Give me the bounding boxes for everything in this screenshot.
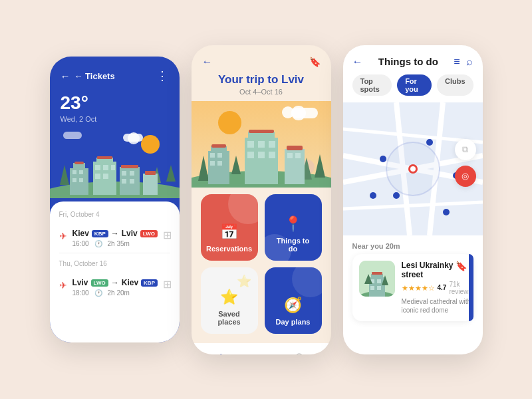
place-card[interactable]: Lesi Ukrainky street ★★★★☆ 4.7 71k revie… bbox=[352, 254, 473, 321]
plane-icon-1: ✈ bbox=[59, 231, 67, 241]
svg-rect-7 bbox=[72, 170, 76, 174]
flight2-from-badge: LWO bbox=[91, 279, 108, 287]
svg-marker-29 bbox=[315, 154, 325, 178]
things-icon: 📍 bbox=[284, 215, 302, 233]
svg-marker-1 bbox=[60, 165, 69, 185]
tile-reservations[interactable]: 📅 Reservations bbox=[201, 194, 258, 261]
tab-for-you[interactable]: For you bbox=[397, 74, 432, 96]
tab-top-spots[interactable]: Top spots bbox=[352, 74, 392, 96]
arrow-1: → bbox=[111, 229, 119, 238]
nav-home[interactable]: ⌂ bbox=[217, 350, 225, 354]
flight2-time: 18:00 bbox=[72, 289, 89, 297]
trip-dates: Oct 4–Oct 16 bbox=[202, 88, 321, 96]
city-svg bbox=[50, 128, 180, 198]
flight2-from: Lviv bbox=[72, 278, 88, 287]
svg-marker-28 bbox=[198, 156, 209, 181]
trip-tiles: 📅 Reservations 📍 Things to do ⭐ ⭐ Saved … bbox=[192, 188, 331, 343]
svg-point-66 bbox=[443, 209, 450, 215]
things-title: Things to do bbox=[378, 56, 438, 67]
svg-rect-16 bbox=[111, 165, 115, 170]
trip-title: Your trip to Lviv bbox=[202, 73, 321, 86]
flight-row-2[interactable]: ✈ Lviv LWO → Kiev KBP 18:00 🕐 2h 20m bbox=[59, 273, 170, 302]
svg-rect-44 bbox=[269, 141, 275, 148]
svg-rect-51 bbox=[295, 153, 301, 158]
svg-point-62 bbox=[426, 139, 433, 146]
map-location-button[interactable]: ◎ bbox=[455, 166, 476, 187]
tile-things-to-do[interactable]: 📍 Things to do bbox=[265, 194, 322, 261]
saved-icon: ⭐ bbox=[220, 289, 238, 306]
svg-rect-6 bbox=[74, 162, 84, 164]
trip-bookmark-icon[interactable]: 🔖 bbox=[309, 57, 321, 67]
svg-rect-13 bbox=[97, 156, 112, 159]
svg-rect-21 bbox=[122, 171, 126, 176]
tickets-header: ← ← Tickets ⋮ bbox=[50, 57, 180, 90]
scan-icon-1[interactable]: ⊞ bbox=[163, 229, 172, 241]
flight1-to-badge: LWO bbox=[140, 230, 158, 237]
svg-point-63 bbox=[393, 192, 400, 199]
things-header: ← Things to do ≡ ⌕ bbox=[343, 45, 483, 74]
svg-rect-50 bbox=[287, 153, 293, 158]
svg-marker-2 bbox=[166, 165, 176, 182]
tile-day-plans[interactable]: 🧭 Day plans bbox=[265, 267, 322, 334]
tile-saved-places[interactable]: ⭐ ⭐ Saved places bbox=[201, 267, 258, 334]
svg-rect-17 bbox=[95, 174, 100, 179]
plane-icon-2: ✈ bbox=[59, 280, 67, 291]
svg-rect-35 bbox=[210, 153, 215, 158]
near-you-label: Near you 20m bbox=[343, 235, 483, 254]
svg-rect-37 bbox=[210, 161, 215, 166]
flights-card: Fri, October 4 ✈ Kiev KBP → Lviv LWO 16:… bbox=[50, 201, 180, 342]
place-bookmark-icon[interactable]: 🔖 bbox=[456, 261, 467, 271]
flight-row-1[interactable]: ✈ Kiev KBP → Lviv LWO 16:00 🕐 2h 35m bbox=[59, 223, 170, 253]
map-view[interactable]: ⧉ ◎ bbox=[343, 102, 483, 235]
back-button[interactable]: ← ← Tickets bbox=[61, 70, 115, 82]
temperature: 23° bbox=[61, 92, 169, 114]
search-icon[interactable]: ⌕ bbox=[466, 56, 473, 68]
svg-rect-42 bbox=[247, 141, 254, 148]
svg-rect-47 bbox=[269, 152, 275, 158]
phone-tickets: ← ← Tickets ⋮ 23° Wed, 2 Oct bbox=[50, 57, 180, 342]
place-thumb-svg bbox=[359, 261, 395, 297]
tile-deco-1 bbox=[228, 194, 258, 224]
svg-rect-45 bbox=[247, 152, 254, 158]
svg-rect-43 bbox=[258, 141, 265, 148]
place-stars: ★★★★☆ bbox=[402, 284, 435, 293]
svg-point-61 bbox=[380, 156, 386, 162]
menu-icon[interactable]: ⋮ bbox=[156, 68, 169, 83]
trip-back-button[interactable]: ← bbox=[202, 56, 213, 68]
svg-rect-8 bbox=[79, 170, 83, 174]
place-description: Medieval cathedral with iconic red dome bbox=[402, 297, 472, 315]
svg-rect-23 bbox=[122, 179, 126, 184]
flight-date-1: Fri, October 4 bbox=[59, 211, 170, 218]
flight1-from-badge: KBP bbox=[92, 230, 108, 237]
things-label: Things to do bbox=[273, 237, 314, 253]
day-plans-label: Day plans bbox=[276, 318, 311, 326]
flight-date-2: Thu, October 16 bbox=[59, 260, 170, 267]
place-thumbnail bbox=[359, 261, 395, 297]
svg-rect-18 bbox=[103, 174, 108, 179]
list-icon[interactable]: ≡ bbox=[454, 56, 460, 68]
nav-search[interactable]: ⌕ bbox=[255, 350, 263, 354]
trip-illustration bbox=[192, 101, 331, 188]
things-back-button[interactable]: ← bbox=[352, 56, 363, 68]
flight2-duration: 2h 20m bbox=[108, 289, 130, 297]
trip-header: ← 🔖 bbox=[192, 45, 331, 73]
nav-profile[interactable]: ◎ bbox=[294, 350, 305, 354]
reservations-icon: 📅 bbox=[220, 223, 238, 241]
svg-rect-38 bbox=[217, 161, 222, 166]
tile-deco-3 bbox=[292, 267, 322, 297]
svg-rect-9 bbox=[72, 178, 76, 182]
saved-deco-star: ⭐ bbox=[237, 274, 251, 289]
map-layers-button[interactable]: ⧉ bbox=[455, 139, 476, 160]
bottom-nav: ⌂ ⌕ ◎ bbox=[192, 343, 331, 354]
svg-rect-14 bbox=[95, 165, 100, 170]
svg-rect-36 bbox=[217, 153, 222, 158]
svg-rect-72 bbox=[371, 274, 383, 279]
weather-section: 23° Wed, 2 Oct bbox=[50, 90, 180, 128]
trip-title-block: Your trip to Lviv Oct 4–Oct 16 bbox=[192, 73, 331, 101]
clock-icon-1: 🕐 bbox=[94, 240, 102, 247]
svg-point-68 bbox=[410, 166, 416, 172]
weather-date: Wed, 2 Oct bbox=[61, 115, 169, 123]
tab-clubs[interactable]: Clubs bbox=[437, 74, 473, 96]
svg-rect-75 bbox=[377, 279, 381, 283]
scan-icon-2[interactable]: ⊞ bbox=[163, 278, 172, 291]
